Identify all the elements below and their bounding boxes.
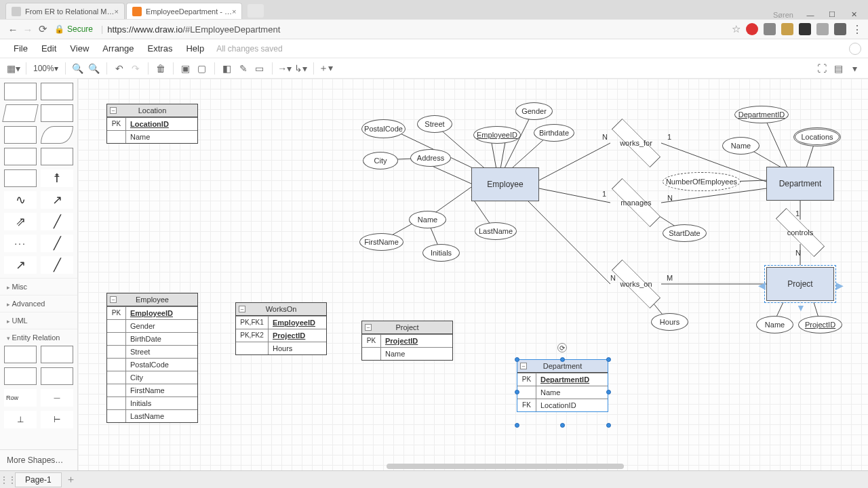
rotate-handle[interactable]: ⟳ [557,343,567,352]
page-tab[interactable]: Page-1 [15,472,62,487]
zoom-level[interactable]: 100% ▾ [31,64,61,73]
shape-arrow[interactable]: ↗ [4,256,37,274]
selection-handle[interactable] [515,390,519,394]
shape-er-row[interactable]: Row [4,389,37,407]
menu-help[interactable]: Help [179,41,211,56]
table-location[interactable]: –Location PKLocationID Name [106,104,198,144]
line-color-icon[interactable]: ✎ [235,60,252,77]
table-employee[interactable]: –Employee PKEmployeeID Gender BirthDate … [106,293,198,423]
shape-trapezoid[interactable] [4,126,37,144]
browser-menu-icon[interactable]: ⋮ [852,23,863,36]
attr-hours[interactable]: Hours [651,313,688,331]
attr-departmentid[interactable]: DepartmentID [734,106,789,123]
fullscreen-icon[interactable]: ⛶ [814,60,830,77]
shape-rect[interactable] [41,83,73,100]
shape-rect[interactable] [4,83,37,100]
table-project[interactable]: –Project PKProjectID Name [361,321,453,361]
menu-extras[interactable]: Extras [141,41,180,56]
format-panel-icon[interactable]: ▤ [830,60,846,77]
maximize-icon[interactable]: ☐ [827,10,837,19]
attr-city[interactable]: City [363,152,398,169]
selection-handle[interactable] [606,390,611,394]
clone-arrow-right-icon[interactable]: ▶ [836,280,844,291]
table-workson[interactable]: –WorksOn PK,FK1EmployeeID PK,FK2ProjectI… [235,302,327,355]
selection-handle[interactable] [515,357,519,362]
shape-file[interactable] [4,148,37,165]
menu-view[interactable]: View [63,41,96,56]
sidebar-section-er[interactable]: Entity Relation [0,329,77,346]
shape-dotted[interactable]: ··· [4,235,37,252]
horizontal-scrollbar[interactable] [387,464,624,469]
connection-icon[interactable]: →▾ [277,60,293,77]
shadow-icon[interactable]: ▭ [252,60,268,77]
collapse-icon[interactable]: – [239,306,245,312]
menu-file[interactable]: File [7,41,35,56]
new-tab-button[interactable] [248,4,264,18]
browser-tab-active[interactable]: EmployeeDepartment - … × [126,3,243,19]
attr-address[interactable]: Address [410,149,451,167]
shape-er-table[interactable] [4,346,37,363]
attr-name[interactable]: Name [409,211,446,228]
shape-er-line[interactable]: ⊢ [41,411,73,428]
extension-icon[interactable] [781,23,793,35]
attr-gender[interactable]: Gender [515,102,553,120]
selection-handle[interactable] [515,423,519,428]
shape-wave[interactable] [41,126,73,144]
more-shapes-button[interactable]: More Shapes… [0,449,77,470]
attr-lastname[interactable]: LastName [475,222,517,240]
attr-employeeid[interactable]: EmployeeID [473,126,521,144]
shape-callout[interactable] [4,169,37,187]
collapse-panel-icon[interactable]: ▾ [846,60,863,77]
collapse-icon[interactable]: – [520,363,527,369]
browser-tab[interactable]: From ER to Relational M… × [5,3,125,19]
selection-handle[interactable] [560,357,565,362]
shape-line[interactable]: ╱ [41,235,73,252]
close-icon[interactable]: ✕ [849,10,859,19]
extension-icon[interactable] [834,23,846,35]
shape-actor[interactable]: ☨ [41,169,73,187]
tab-close-icon[interactable]: × [114,7,118,16]
zoom-out-icon[interactable]: 🔍 [86,60,102,77]
attr-locations[interactable]: Locations [793,127,841,146]
selection-handle[interactable] [606,423,611,428]
shape-curve[interactable]: ∿ [4,191,37,209]
attr-dept-name[interactable]: Name [722,137,760,155]
reload-button[interactable]: ⟳ [35,23,50,35]
collapse-icon[interactable]: – [110,107,117,114]
undo-icon[interactable]: ↶ [111,60,127,77]
shape-arrow[interactable]: ⇗ [4,213,37,230]
back-button[interactable]: ← [5,24,20,35]
insert-icon[interactable]: ＋▾ [318,60,334,77]
attr-birthdate[interactable]: Birthdate [534,124,574,142]
fill-color-icon[interactable]: ◧ [219,60,235,77]
view-options-icon[interactable]: ▦▾ [5,60,22,77]
attr-project-name[interactable]: Name [756,316,793,333]
entity-employee[interactable]: Employee [471,167,539,201]
attr-startdate[interactable]: StartDate [663,224,707,242]
minimize-icon[interactable]: — [806,11,815,19]
url-text[interactable]: https://www.draw.io/#LEmployeeDepartment [107,24,732,35]
forward-button[interactable]: → [20,24,35,35]
selection-handle[interactable] [560,423,565,428]
table-department-selected[interactable]: –Department PKDepartmentID Name FKLocati… [517,359,608,412]
collapse-icon[interactable]: – [365,324,372,331]
globe-icon[interactable] [849,43,861,55]
attr-postalcode[interactable]: PostalCode [361,119,406,138]
attr-street[interactable]: Street [417,115,452,133]
extension-icon[interactable] [816,23,829,35]
shape-line[interactable]: ╱ [41,213,73,230]
sidebar-section-advanced[interactable]: Advanced [0,295,77,312]
relation-works-on[interactable]: works_on [609,270,663,298]
to-back-icon[interactable]: ▢ [194,60,210,77]
shape-card[interactable] [41,148,73,165]
entity-department[interactable]: Department [766,167,834,201]
shape-line[interactable]: ╱ [41,256,73,274]
shape-er-table[interactable] [41,346,73,363]
entity-project-selected[interactable]: Project [766,267,834,301]
extension-icon[interactable] [799,23,811,35]
delete-icon[interactable]: 🗑 [153,60,169,77]
clone-arrow-left-icon[interactable]: ◀ [758,280,766,291]
zoom-in-icon[interactable]: 🔍 [70,60,86,77]
shape-arrow[interactable]: ↗ [41,191,73,209]
relation-controls[interactable]: controls [773,219,827,246]
